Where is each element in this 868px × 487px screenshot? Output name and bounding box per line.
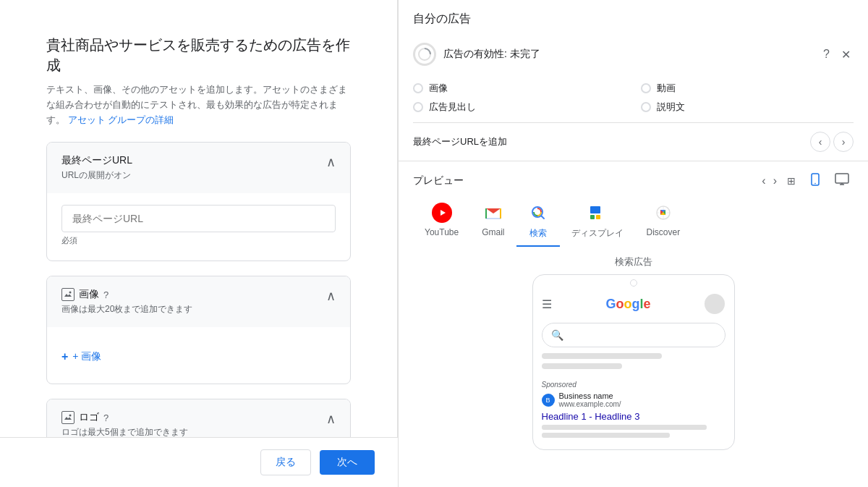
svg-point-6 — [814, 183, 816, 185]
phone-search-icon: 🔍 — [551, 329, 563, 341]
page-title: 貴社商品やサービスを販売するための広告を作成 — [46, 35, 351, 75]
business-icon: B — [542, 394, 555, 407]
ad-close-icon[interactable]: ✕ — [838, 45, 854, 64]
ad-headline: Headline 1 - Headline 3 — [542, 411, 726, 422]
next-button[interactable]: 次へ — [320, 450, 375, 475]
preview-grid-btn[interactable]: ⊞ — [783, 172, 800, 190]
logo-icon — [61, 411, 75, 424]
add-image-button[interactable]: + + 画像 — [61, 344, 336, 369]
display-icon — [587, 203, 608, 223]
search-result-line-1 — [542, 353, 663, 359]
description-radio — [641, 102, 651, 112]
gmail-icon — [483, 203, 503, 223]
svg-rect-14 — [596, 215, 600, 219]
left-panel-scroll: 貴社商品やサービスを販売するための広告を作成 テキスト、画像、その他のアセットを… — [23, 17, 374, 454]
final-url-section: 最終ページURL URLの展開がオン ∧ 必須 — [46, 142, 351, 261]
ad-desc-line-1 — [542, 425, 707, 430]
svg-rect-12 — [590, 206, 600, 213]
url-add-row: 最終ページURLを追加 ‹ › — [413, 122, 854, 161]
ad-preview-header: 自分の広告 広告の有効性: 未完了 ? ✕ 画像 — [399, 0, 868, 161]
image-help-icon[interactable]: ? — [103, 289, 109, 300]
google-logo: Google — [605, 297, 650, 312]
url-nav-next[interactable]: › — [833, 132, 854, 152]
asset-video-checkbox[interactable]: 動画 — [641, 82, 854, 95]
preview-controls: ‹ › ⊞ — [760, 170, 854, 191]
svg-rect-2 — [64, 413, 72, 422]
image-icon — [61, 288, 75, 301]
preview-mobile-btn[interactable] — [804, 170, 826, 191]
asset-description-checkbox[interactable]: 説明文 — [641, 101, 854, 114]
ad-preview-title: 自分の広告 — [413, 12, 854, 27]
phone-search-bar: 🔍 — [542, 323, 726, 347]
final-url-body: 必須 — [47, 193, 350, 261]
tab-youtube[interactable]: YouTube — [413, 197, 470, 247]
url-nav-arrows: ‹ › — [810, 132, 854, 152]
preview-prev-btn[interactable]: ‹ — [760, 173, 767, 189]
business-url: www.example.com/ — [559, 400, 621, 408]
asset-image-checkbox[interactable]: 画像 — [413, 82, 626, 95]
final-url-input[interactable] — [61, 205, 336, 232]
image-subtitle: 画像は最大20枚まで追加できます — [61, 303, 192, 316]
tab-search[interactable]: 検索 — [516, 197, 560, 247]
svg-point-3 — [69, 415, 72, 417]
image-title: 画像 ? — [61, 288, 192, 301]
ad-status-text: 広告の有効性: 未完了 — [443, 48, 540, 61]
tab-display[interactable]: ディスプレイ — [560, 197, 635, 247]
business-row: B Business name www.example.com/ — [542, 391, 726, 408]
preview-label: プレビュー — [413, 174, 464, 187]
preview-desktop-btn[interactable] — [830, 170, 854, 191]
ad-desc-line-2 — [542, 433, 671, 438]
final-url-header[interactable]: 最終ページURL URLの展開がオン ∧ — [47, 143, 350, 193]
video-radio — [641, 83, 651, 93]
svg-rect-7 — [835, 174, 848, 183]
search-result-line-2 — [542, 363, 622, 369]
search-ad-label: 検索広告 — [413, 247, 854, 274]
image-section: 画像 ? 画像は最大20枚まで追加できます ∧ + + 画像 — [46, 276, 351, 384]
left-panel: 貴社商品やサービスを販売するための広告を作成 テキスト、画像、その他のアセットを… — [0, 0, 398, 487]
back-button[interactable]: 戻る — [260, 449, 311, 475]
phone-top-bar: ☰ Google — [533, 288, 734, 320]
image-header[interactable]: 画像 ? 画像は最大20枚まで追加できます ∧ — [47, 276, 350, 327]
ad-status-row: 広告の有効性: 未完了 ? ✕ — [413, 35, 854, 73]
final-url-subtitle: URLの展開がオン — [61, 169, 132, 182]
asset-group-link[interactable]: アセット グループの詳細 — [68, 114, 174, 125]
preview-next-btn[interactable]: › — [772, 173, 778, 189]
google-search-icon — [528, 203, 548, 223]
asset-headline-checkbox[interactable]: 広告見出し — [413, 101, 626, 114]
status-circle — [413, 43, 436, 66]
final-url-chevron-icon: ∧ — [326, 154, 336, 170]
logo-help-icon[interactable]: ? — [103, 412, 109, 423]
logo-chevron-icon: ∧ — [326, 411, 336, 427]
image-chevron-icon: ∧ — [326, 288, 336, 304]
preview-section: プレビュー ‹ › ⊞ — [399, 161, 868, 487]
svg-point-1 — [69, 292, 72, 294]
add-image-icon: + — [61, 350, 68, 363]
phone-mockup: ☰ Google 🔍 Sponsored B Business name www… — [532, 274, 735, 450]
headline-radio — [413, 102, 423, 112]
svg-rect-13 — [590, 215, 595, 219]
phone-camera — [630, 279, 637, 287]
sponsored-label: Sponsored — [542, 381, 726, 389]
url-add-label: 最終ページURLを追加 — [413, 135, 507, 148]
asset-checkboxes: 画像 動画 広告見出し 説明文 — [413, 73, 854, 122]
final-url-title: 最終ページURL — [61, 154, 132, 167]
logo-title: ロゴ ? — [61, 411, 188, 424]
image-radio — [413, 83, 423, 93]
ad-help-icon[interactable]: ? — [820, 45, 833, 64]
phone-menu-icon: ☰ — [542, 297, 552, 311]
preview-header: プレビュー ‹ › ⊞ — [413, 161, 854, 191]
url-nav-prev[interactable]: ‹ — [810, 132, 830, 152]
phone-avatar — [705, 294, 725, 314]
tab-discover[interactable]: Discover — [635, 197, 692, 247]
discover-icon — [653, 203, 673, 223]
business-name: Business name — [559, 391, 621, 400]
svg-rect-0 — [64, 290, 72, 299]
youtube-icon — [432, 203, 452, 223]
bottom-bar: 戻る 次へ — [0, 437, 398, 487]
page-description: テキスト、画像、その他のアセットを追加します。アセットのさまざまな組み合わせが自… — [46, 82, 351, 127]
right-panel: 自分の広告 広告の有効性: 未完了 ? ✕ 画像 — [398, 0, 868, 487]
ad-card: Sponsored B Business name www.example.co… — [542, 375, 726, 444]
required-label: 必須 — [61, 235, 336, 246]
tab-gmail[interactable]: Gmail — [470, 197, 516, 247]
platform-tabs: YouTube Gmail — [413, 191, 854, 247]
